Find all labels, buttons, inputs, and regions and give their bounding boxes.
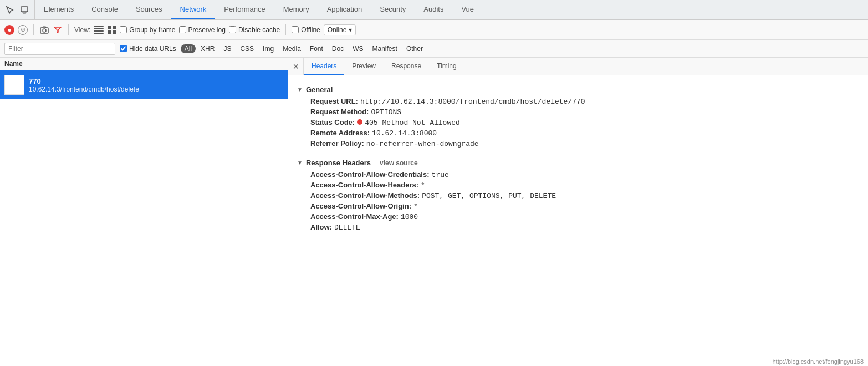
request-url-value: http://10.62.14.3:8000/frontend/cmdb/hos…: [360, 98, 585, 106]
tab-audits[interactable]: Audits: [415, 0, 452, 19]
type-all[interactable]: All: [181, 44, 196, 53]
device-icon[interactable]: [19, 4, 30, 16]
disable-cache-checkbox[interactable]: Disable cache: [229, 26, 280, 34]
detail-tab-timing[interactable]: Timing: [429, 58, 464, 75]
online-dropdown[interactable]: Online ▾: [324, 24, 356, 35]
request-url-row: Request URL: http://10.62.14.3:8000/fron…: [310, 97, 859, 106]
response-header-row: Access-Control-Max-Age:1000: [310, 212, 859, 221]
disable-cache-input[interactable]: [229, 26, 236, 33]
svg-rect-5: [94, 26, 104, 27]
detail-tab-preview[interactable]: Preview: [344, 58, 384, 75]
preserve-log-input[interactable]: [179, 26, 186, 33]
response-header-value: DELETE: [334, 223, 360, 232]
svg-rect-11: [108, 30, 111, 34]
detail-tab-headers[interactable]: Headers: [304, 58, 344, 75]
type-css[interactable]: CSS: [236, 44, 258, 53]
svg-rect-6: [94, 28, 104, 29]
sep-1: [33, 24, 34, 35]
offline-label: Offline: [301, 26, 320, 34]
response-header-value: *: [413, 202, 418, 211]
sep-2: [68, 24, 69, 35]
response-header-key: Access-Control-Allow-Methods:: [310, 191, 420, 200]
response-header-value: *: [421, 181, 425, 190]
response-header-value: 1000: [401, 213, 418, 221]
response-headers-arrow-icon: ▼: [297, 160, 303, 166]
tab-console[interactable]: Console: [83, 0, 127, 19]
type-font[interactable]: Font: [306, 44, 327, 53]
status-code-value: 405 Method Not Allowed: [365, 119, 460, 127]
tab-performance[interactable]: Performance: [215, 0, 274, 19]
general-title: General: [306, 85, 333, 94]
request-item[interactable]: 770 10.62.14.3/frontend/cmdb/host/delete: [0, 70, 288, 99]
svg-rect-2: [23, 12, 25, 12]
type-xhr[interactable]: XHR: [197, 44, 218, 53]
response-header-row: Access-Control-Allow-Origin:*: [310, 202, 859, 211]
detail-content: ▼ General Request URL: http://10.62.14.3…: [288, 75, 868, 238]
record-button[interactable]: ●: [4, 25, 14, 35]
hide-data-urls-input[interactable]: [120, 45, 127, 52]
response-header-row: Access-Control-Allow-Credentials:true: [310, 170, 859, 179]
grid-view-button[interactable]: [108, 26, 116, 34]
cursor-icon[interactable]: [4, 4, 16, 16]
type-doc[interactable]: Doc: [328, 44, 348, 53]
type-media[interactable]: Media: [279, 44, 305, 53]
general-arrow-icon: ▼: [297, 87, 303, 93]
svg-rect-7: [94, 30, 104, 32]
view-icons: [94, 26, 116, 34]
group-by-frame-label: Group by frame: [129, 26, 175, 34]
offline-input[interactable]: [292, 26, 299, 33]
right-panel: ✕ Headers Preview Response Timing ▼ Gene…: [288, 58, 868, 366]
response-header-row: Allow:DELETE: [310, 223, 859, 232]
hide-data-urls-checkbox[interactable]: Hide data URLs: [120, 45, 176, 53]
type-manifest[interactable]: Manifest: [369, 44, 401, 53]
disable-cache-label: Disable cache: [238, 26, 280, 34]
view-source-link[interactable]: view source: [380, 159, 418, 167]
remote-address-row: Remote Address: 10.62.14.3:8000: [310, 129, 859, 138]
type-img[interactable]: Img: [259, 44, 278, 53]
type-ws[interactable]: WS: [349, 44, 367, 53]
response-header-key: Access-Control-Allow-Origin:: [310, 202, 411, 210]
close-button[interactable]: ✕: [288, 58, 304, 75]
tab-elements[interactable]: Elements: [35, 0, 83, 19]
filter-button[interactable]: [53, 25, 63, 35]
tab-memory[interactable]: Memory: [274, 0, 318, 19]
hide-data-urls-label: Hide data URLs: [129, 45, 176, 53]
camera-button[interactable]: [39, 25, 49, 35]
referrer-policy-value: no-referrer-when-downgrade: [366, 140, 479, 148]
detail-tabs: ✕ Headers Preview Response Timing: [288, 58, 868, 75]
offline-checkbox[interactable]: Offline: [292, 26, 320, 34]
response-headers-title: Response Headers: [306, 159, 371, 167]
referrer-policy-key: Referrer Policy:: [310, 139, 364, 148]
clear-button[interactable]: ⊘: [18, 25, 28, 35]
filter-input[interactable]: [4, 43, 115, 55]
response-header-key: Access-Control-Max-Age:: [310, 212, 399, 221]
type-other[interactable]: Other: [402, 44, 427, 53]
status-code-row: Status Code: 405 Method Not Allowed: [310, 118, 859, 127]
preserve-log-label: Preserve log: [188, 26, 226, 34]
tab-network[interactable]: Network: [171, 0, 216, 19]
response-headers-section-header[interactable]: ▼ Response Headers view source: [297, 159, 859, 167]
group-by-frame-checkbox[interactable]: Group by frame: [120, 26, 175, 34]
response-header-value: POST, GET, OPTIONS, PUT, DELETE: [422, 192, 556, 200]
preserve-log-checkbox[interactable]: Preserve log: [179, 26, 226, 34]
tab-application[interactable]: Application: [318, 0, 371, 19]
left-panel: Name 770 10.62.14.3/frontend/cmdb/host/d…: [0, 58, 288, 366]
svg-rect-8: [94, 33, 104, 34]
type-js[interactable]: JS: [219, 44, 235, 53]
main-area: Name 770 10.62.14.3/frontend/cmdb/host/d…: [0, 58, 868, 366]
response-header-rows: Access-Control-Allow-Credentials:trueAcc…: [297, 170, 859, 232]
status-code-key: Status Code:: [310, 118, 355, 126]
general-section-header[interactable]: ▼ General: [297, 85, 859, 94]
bottom-bar: http://blog.csdn.net/fengjingyu168: [768, 357, 868, 366]
group-by-frame-input[interactable]: [120, 26, 127, 33]
response-header-key: Access-Control-Allow-Headers:: [310, 181, 418, 189]
tab-security[interactable]: Security: [371, 0, 415, 19]
response-header-value: true: [432, 171, 449, 179]
tab-sources[interactable]: Sources: [127, 0, 171, 19]
list-view-button[interactable]: [94, 26, 104, 34]
detail-tab-response[interactable]: Response: [384, 58, 429, 75]
name-header: Name: [0, 58, 288, 70]
request-method-value: OPTIONS: [371, 108, 401, 116]
tab-vue[interactable]: Vue: [452, 0, 483, 19]
response-header-key: Allow:: [310, 223, 332, 231]
